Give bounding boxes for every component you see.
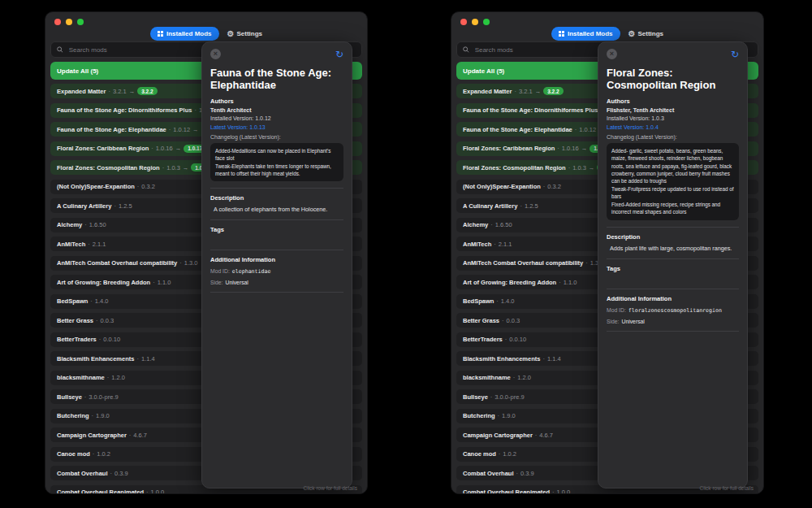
- separator-dot: ·: [568, 164, 571, 172]
- close-window-button[interactable]: [460, 19, 467, 25]
- separator-dot: ·: [514, 88, 516, 95]
- separator-dot: ·: [108, 88, 110, 95]
- close-icon[interactable]: ×: [607, 49, 617, 59]
- mod-installed-version: 1.4.0: [95, 297, 109, 305]
- mod-installed-version: 1.0.3: [572, 164, 586, 172]
- description-text: Adds plant life with large, cosmopolitan…: [607, 245, 739, 252]
- gear-icon: ⚙: [227, 30, 235, 38]
- separator-dot: ·: [490, 221, 493, 228]
- mod-name: Floral Zones: Cosmopolitan Region: [57, 164, 160, 172]
- mod-name: AnMiTech Combat Overhaul compatibility: [57, 259, 177, 267]
- mod-id-value: floralzonescosmopolitanregion: [628, 307, 722, 314]
- separator-dot: ·: [194, 106, 197, 114]
- latest-version-badge: 3.2.2: [543, 87, 563, 95]
- mod-name: Campaign Cartographer: [463, 432, 533, 439]
- tab-installed-mods[interactable]: Installed Mods: [150, 27, 219, 41]
- separator-dot: ·: [114, 202, 116, 210]
- separator-dot: ·: [110, 470, 113, 477]
- separator-dot: ·: [552, 488, 555, 494]
- refresh-icon[interactable]: ↻: [731, 50, 739, 59]
- mod-name: A Culinary Artillery: [463, 202, 517, 210]
- tab-settings[interactable]: ⚙ Settings: [227, 30, 263, 38]
- tab-settings[interactable]: ⚙ Settings: [628, 30, 664, 38]
- separator-dot: ·: [559, 279, 561, 286]
- description-label: Description: [607, 233, 739, 241]
- additional-info-label: Additional Information: [210, 256, 343, 263]
- tab-installed-mods[interactable]: Installed Mods: [551, 27, 620, 41]
- close-window-button[interactable]: [54, 19, 61, 25]
- separator-dot: ·: [84, 221, 87, 228]
- separator-dot: ·: [557, 145, 559, 152]
- separator-dot: ·: [137, 183, 140, 190]
- side-label: Side:: [210, 280, 223, 285]
- app-window-right: Installed Mods ⚙ Settings Update All (5)…: [451, 11, 764, 494]
- changelog-label: Changelog (Latest Version):: [607, 134, 739, 140]
- mod-installed-version: 3.0.0-pre.9: [495, 393, 524, 401]
- separator-dot: ·: [496, 297, 499, 305]
- grid-icon: [559, 31, 564, 37]
- update-arrow-icon: →: [535, 88, 542, 95]
- divider: [607, 289, 739, 289]
- zoom-window-button[interactable]: [483, 19, 490, 25]
- traffic-lights: [460, 19, 490, 25]
- minimize-window-button[interactable]: [472, 19, 478, 25]
- divider: [210, 219, 343, 220]
- separator-dot: ·: [520, 202, 522, 210]
- mod-installed-version: 0.3.9: [520, 470, 534, 477]
- divider: [607, 258, 739, 259]
- mod-name: Butchering: [57, 412, 89, 419]
- divider: [607, 331, 739, 332]
- mod-title: Floral Zones: Cosmopolitan Region: [607, 67, 739, 92]
- refresh-icon[interactable]: ↻: [335, 50, 343, 59]
- mod-installed-version: 1.2.0: [517, 374, 531, 381]
- footer-hint: Click row for full details: [304, 485, 357, 491]
- mod-name: AnMiTech Combat Overhaul compatibility: [463, 259, 583, 267]
- titlebar: Installed Mods ⚙ Settings: [45, 12, 367, 41]
- mod-installed-version: 0.0.3: [101, 317, 114, 324]
- tags-label: Tags: [607, 265, 739, 272]
- separator-dot: ·: [151, 145, 153, 152]
- minimize-window-button[interactable]: [66, 19, 72, 25]
- mod-installed-version: 3.0.0-pre.9: [89, 393, 118, 401]
- mod-installed-version: 1.0.16: [156, 145, 173, 152]
- mod-installed-version: 3.2.1: [519, 88, 533, 95]
- mod-installed-version: 4.6.7: [539, 432, 553, 439]
- mod-name: Fauna of the Stone Age: Elephantidae: [57, 126, 166, 133]
- panel-header: × ↻: [607, 49, 739, 59]
- mod-name: Alchemy: [57, 221, 82, 228]
- mod-name: Art of Growing: Breeding Addon: [463, 279, 556, 286]
- separator-dot: ·: [516, 470, 519, 477]
- changelog-text: Added-Medallions can now be placed in El…: [210, 143, 343, 182]
- titlebar: Installed Mods ⚙ Settings: [451, 12, 763, 41]
- search-icon: [463, 46, 469, 53]
- mod-name: Floral Zones: Caribbean Region: [57, 145, 149, 152]
- mod-name: Floral Zones: Cosmopolitan Region: [463, 164, 566, 172]
- mod-installed-version: 1.1.4: [141, 355, 155, 363]
- latest-version-badge: 3.2.2: [137, 87, 157, 95]
- authors-value: Tenth Architect: [210, 107, 343, 113]
- update-arrow-icon: →: [175, 145, 182, 152]
- mod-installed-version: 1.0.12: [579, 126, 596, 133]
- separator-dot: ·: [162, 164, 165, 172]
- mod-name: AnMiTech: [57, 241, 85, 248]
- mod-name: Butchering: [463, 412, 495, 419]
- zoom-window-button[interactable]: [77, 19, 84, 25]
- separator-dot: ·: [505, 336, 508, 343]
- mod-installed-version: 1.0.12: [173, 126, 190, 133]
- close-icon[interactable]: ×: [210, 49, 221, 59]
- mod-id-line: Mod ID:floralzonescosmopolitanregion: [607, 307, 739, 314]
- tags-empty-area: [607, 272, 739, 282]
- top-tab-bar: Installed Mods ⚙ Settings: [451, 27, 763, 41]
- divider: [210, 188, 343, 189]
- mod-name: Combat Overhaul Reanimated: [463, 488, 550, 494]
- tab-installed-mods-label: Installed Mods: [568, 30, 613, 37]
- mod-installed-version: 1.2.5: [525, 202, 538, 210]
- mod-installed-version: 1.0.3: [166, 164, 180, 172]
- app-window-left: Installed Mods ⚙ Settings Update All (5)…: [45, 11, 368, 494]
- separator-dot: ·: [494, 241, 496, 248]
- additional-info-label: Additional Information: [607, 295, 739, 302]
- mod-name: AnMiTech: [463, 241, 491, 248]
- mod-installed-version: 1.1.0: [564, 279, 577, 286]
- mod-installed-version: 1.2.0: [111, 374, 125, 381]
- mod-name: Combat Overhaul Reanimated: [57, 488, 144, 494]
